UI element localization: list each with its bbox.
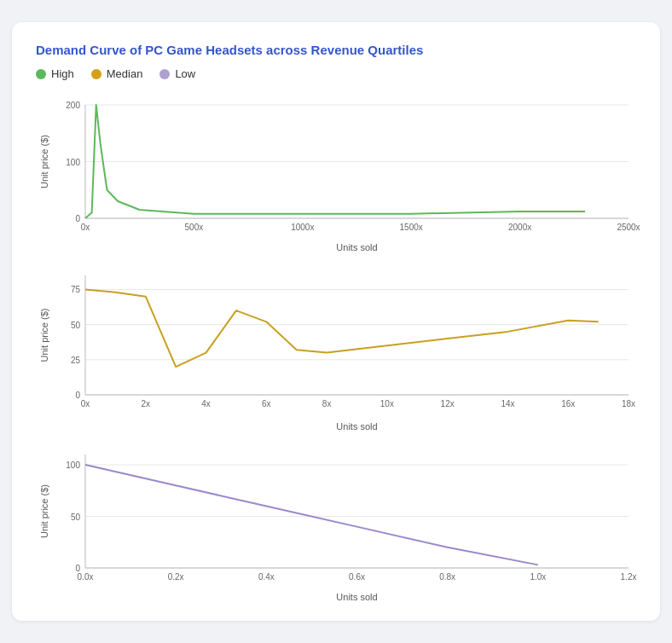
svg-text:75: 75 [71, 285, 81, 294]
svg-text:Unit price ($): Unit price ($) [39, 309, 49, 362]
svg-text:8x: 8x [322, 399, 332, 408]
svg-text:6x: 6x [262, 399, 271, 408]
svg-text:10x: 10x [380, 399, 394, 408]
chart-low-svg: 1005000.0x0.2x0.4x0.6x0.8x1.0x1.2xUnit p… [36, 442, 641, 604]
svg-text:1.2x: 1.2x [621, 572, 637, 582]
svg-text:14x: 14x [501, 399, 514, 408]
svg-text:Units sold: Units sold [336, 592, 377, 602]
svg-text:12x: 12x [441, 399, 455, 408]
svg-text:100: 100 [66, 461, 80, 470]
svg-text:1000x: 1000x [291, 223, 314, 232]
svg-text:100: 100 [66, 158, 80, 167]
svg-text:0.6x: 0.6x [349, 572, 365, 582]
chart-median-svg: 75502500x2x4x6x8x10x12x14x16x18xUnit pri… [36, 263, 641, 433]
svg-text:200: 200 [66, 101, 80, 110]
main-card: Demand Curve of PC Game Headsets across … [12, 22, 660, 621]
svg-text:16x: 16x [561, 399, 575, 408]
legend-label-median: Median [107, 67, 143, 80]
svg-text:25: 25 [71, 356, 81, 365]
svg-text:Units sold: Units sold [336, 421, 377, 432]
svg-text:2000x: 2000x [508, 223, 531, 232]
charts-container: 20010000x500x1000x1500x2000x2500xUnit pr… [36, 92, 636, 604]
svg-text:0.8x: 0.8x [439, 572, 455, 582]
svg-text:Unit price ($): Unit price ($) [39, 135, 49, 188]
legend-label-low: Low [175, 67, 195, 80]
svg-text:0: 0 [75, 391, 80, 400]
svg-text:4x: 4x [201, 399, 211, 408]
chart-high-svg: 20010000x500x1000x1500x2000x2500xUnit pr… [36, 92, 641, 254]
svg-text:0x: 0x [81, 223, 90, 232]
legend-low: Low [159, 67, 195, 80]
legend-dot-low [159, 69, 170, 79]
legend-median: Median [91, 67, 143, 80]
legend-dot-median [91, 69, 101, 79]
svg-text:18x: 18x [622, 399, 635, 408]
svg-text:2x: 2x [141, 399, 150, 408]
svg-text:Units sold: Units sold [336, 242, 377, 252]
legend-dot-high [36, 69, 46, 79]
svg-text:0.0x: 0.0x [78, 572, 94, 582]
svg-text:1500x: 1500x [400, 223, 423, 232]
svg-text:Unit price ($): Unit price ($) [39, 484, 49, 538]
legend-label-high: High [51, 67, 74, 80]
svg-text:2500x: 2500x [617, 223, 640, 232]
legend-high: High [36, 67, 74, 80]
legend: High Median Low [36, 67, 636, 80]
svg-text:0: 0 [75, 214, 80, 223]
svg-text:1.0x: 1.0x [530, 572, 546, 582]
svg-text:50: 50 [71, 513, 81, 522]
chart-title: Demand Curve of PC Game Headsets across … [36, 43, 636, 57]
svg-text:0x: 0x [81, 399, 90, 408]
svg-text:0.2x: 0.2x [168, 572, 184, 582]
svg-text:0.4x: 0.4x [258, 572, 275, 582]
svg-text:50: 50 [71, 321, 81, 330]
svg-text:500x: 500x [185, 223, 204, 232]
